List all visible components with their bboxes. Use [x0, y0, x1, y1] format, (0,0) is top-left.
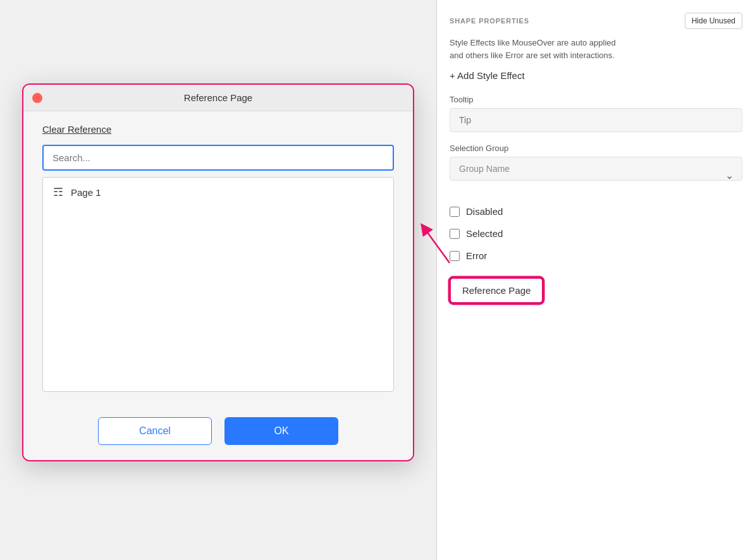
dialog-body: Clear Reference ☶ Page 1 [23, 111, 413, 407]
selection-group-select[interactable]: Group Name [450, 157, 742, 181]
selection-group-field: Selection Group Group Name [450, 143, 742, 193]
dialog-titlebar: Reference Page [23, 85, 413, 111]
disabled-checkbox-row: Disabled [450, 206, 742, 217]
disabled-label: Disabled [466, 206, 503, 217]
search-input[interactable] [42, 145, 394, 171]
selection-group-wrapper: Group Name [450, 157, 742, 193]
dialog-overlay: Reference Page Clear Reference ☶ Page 1 … [22, 83, 414, 461]
selected-label: Selected [466, 228, 503, 239]
right-panel-header: SHAPE PROPERTIES Hide Unused [450, 13, 742, 29]
tooltip-input[interactable] [450, 108, 742, 132]
selection-group-label: Selection Group [450, 143, 742, 153]
error-label: Error [466, 250, 487, 261]
dialog-close-button[interactable] [32, 93, 42, 103]
left-panel: Reference Page Clear Reference ☶ Page 1 … [0, 0, 436, 560]
list-item[interactable]: ☶ Page 1 [43, 178, 393, 207]
error-checkbox-row: Error [450, 250, 742, 261]
cancel-button[interactable]: Cancel [98, 417, 212, 445]
reference-page-section: Reference Page [450, 272, 742, 303]
clear-reference-link[interactable]: Clear Reference [42, 124, 111, 135]
add-style-effect-link[interactable]: + Add Style Effect [450, 70, 525, 81]
annotation-arrow [412, 216, 462, 266]
right-panel: SHAPE PROPERTIES Hide Unused Style Effec… [436, 0, 755, 560]
dialog-title: Reference Page [184, 92, 252, 103]
page-list: ☶ Page 1 [42, 177, 394, 392]
selected-checkbox-row: Selected [450, 228, 742, 239]
page-item-name: Page 1 [71, 187, 101, 198]
section-title: SHAPE PROPERTIES [450, 17, 529, 25]
dialog-footer: Cancel OK [23, 407, 413, 460]
svg-line-0 [424, 228, 450, 263]
tooltip-label: Tooltip [450, 95, 742, 104]
reference-page-button[interactable]: Reference Page [450, 277, 543, 303]
page-doc-icon: ☶ [53, 185, 63, 199]
ok-button[interactable]: OK [224, 417, 338, 445]
style-effects-description: Style Effects like MouseOver are auto ap… [450, 37, 742, 61]
tooltip-field: Tooltip [450, 95, 742, 143]
hide-unused-button[interactable]: Hide Unused [685, 13, 742, 29]
